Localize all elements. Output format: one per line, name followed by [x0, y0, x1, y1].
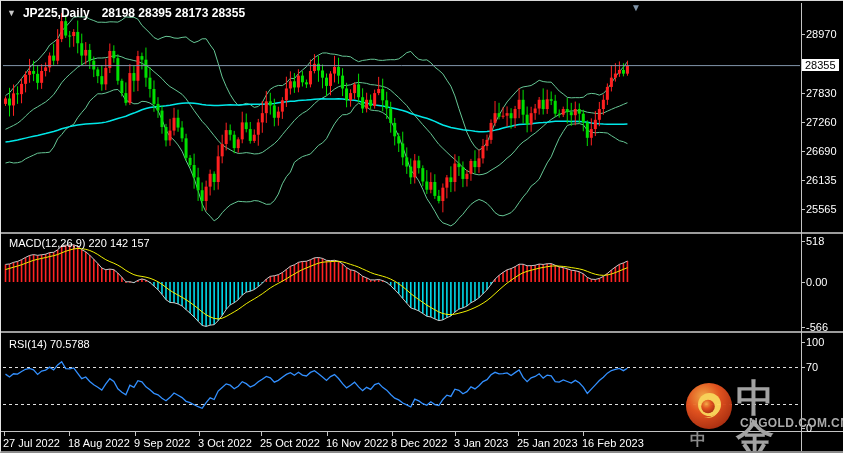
price-axis-label: 27830: [806, 87, 837, 99]
symbol-timeframe-label: JP225,Daily: [23, 6, 90, 20]
macd-indicator-label: MACD(12,26,9) 220 142 157: [9, 237, 150, 249]
price-axis-label: 27260: [806, 116, 837, 128]
symbol-dropdown-icon[interactable]: ▼: [7, 8, 16, 18]
price-axis-label: 26135: [806, 174, 837, 186]
date-label: 16 Feb 2023: [582, 437, 644, 449]
watermark-domain: CNGOLD.COM.CN: [740, 416, 843, 430]
macd-axis-label: -566: [806, 321, 828, 333]
date-label: 25 Oct 2022: [260, 437, 320, 449]
date-label: 27 Jul 2022: [3, 437, 60, 449]
macd-axis-label: 0.00: [806, 276, 827, 288]
chart-title-bar: ▼JP225,Daily28198 28395 28173 28355: [7, 6, 245, 20]
price-axis-label: 26690: [806, 145, 837, 157]
price-axis-label: 25565: [806, 203, 837, 215]
date-label: 16 Nov 2022: [326, 437, 388, 449]
price-axis-label: 28970: [806, 28, 837, 40]
trading-chart-window: ▼JP225,Daily28198 28395 28173 28355 ▼ MA…: [0, 0, 843, 453]
date-label: 9 Sep 2022: [134, 437, 190, 449]
rsi-axis-label: 100: [806, 336, 824, 348]
date-label: 18 Aug 2022: [68, 437, 130, 449]
current-price-label: 28355: [802, 59, 839, 71]
cngold-logo-icon: [685, 382, 733, 430]
watermark-tagline: 中 文 财 经 新 媒 体: [690, 430, 711, 453]
rsi-axis-label: 70: [806, 361, 818, 373]
date-label: 3 Oct 2022: [198, 437, 252, 449]
date-label: 8 Dec 2022: [391, 437, 447, 449]
rsi-indicator-label: RSI(14) 70.5788: [9, 338, 90, 350]
macd-axis-label: 518: [806, 235, 824, 247]
chart-shift-marker-icon[interactable]: ▼: [631, 2, 641, 13]
date-label: 3 Jan 2023: [454, 437, 508, 449]
ohlc-readout: 28198 28395 28173 28355: [102, 6, 245, 20]
date-label: 25 Jan 2023: [517, 437, 578, 449]
